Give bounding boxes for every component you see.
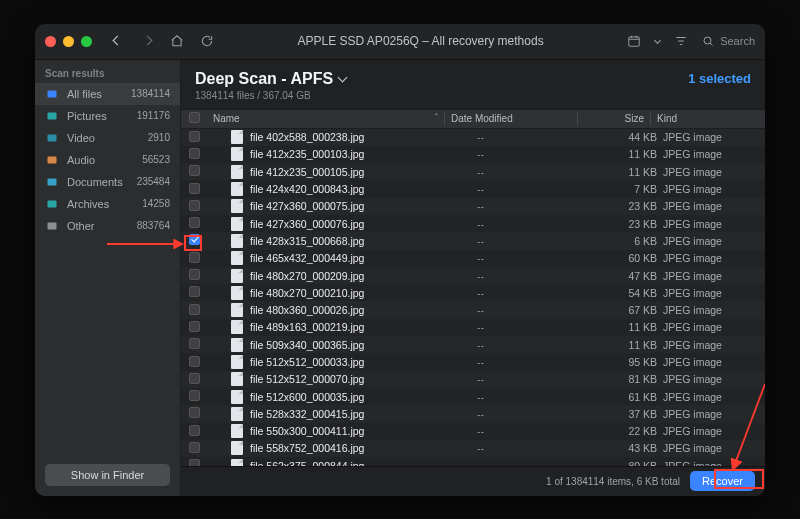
row-checkbox[interactable] [189, 442, 200, 453]
file-icon [231, 251, 243, 265]
calendar-icon[interactable] [623, 30, 645, 52]
sidebar-item-all-files[interactable]: All files1384114 [35, 83, 180, 105]
nav-forward-button[interactable] [136, 30, 158, 52]
row-checkbox[interactable] [189, 217, 200, 228]
table-row[interactable]: file 402x588_000238.jpg--44 KBJPEG image [181, 129, 765, 146]
table-row[interactable]: file 550x300_000411.jpg--22 KBJPEG image [181, 423, 765, 440]
table-row[interactable]: file 424x420_000843.jpg--7 KBJPEG image [181, 180, 765, 197]
file-date: -- [477, 304, 597, 316]
column-kind[interactable]: Kind [657, 113, 757, 124]
table-row[interactable]: file 428x315_000668.jpg--6 KBJPEG image [181, 232, 765, 249]
file-name: file 465x432_000449.jpg [250, 252, 364, 264]
file-kind: JPEG image [657, 287, 757, 299]
sidebar-item-count: 1384114 [131, 88, 170, 99]
file-size: 67 KB [597, 304, 657, 316]
table-row[interactable]: file 558x752_000416.jpg--43 KBJPEG image [181, 440, 765, 457]
file-icon [231, 320, 243, 334]
sidebar-item-count: 235484 [137, 176, 170, 187]
category-icon [45, 197, 59, 211]
table-row[interactable]: file 465x432_000449.jpg--60 KBJPEG image [181, 250, 765, 267]
file-icon [231, 269, 243, 283]
file-date: -- [477, 287, 597, 299]
sidebar-item-video[interactable]: Video2910 [35, 127, 180, 149]
row-checkbox[interactable] [189, 373, 200, 384]
table-row[interactable]: file 480x270_000209.jpg--47 KBJPEG image [181, 267, 765, 284]
sidebar-item-label: Audio [67, 154, 95, 166]
row-checkbox[interactable] [189, 200, 200, 211]
table-row[interactable]: file 512x600_000035.jpg--61 KBJPEG image [181, 388, 765, 405]
table-row[interactable]: file 427x360_000075.jpg--23 KBJPEG image [181, 198, 765, 215]
search-input[interactable]: Search [702, 35, 755, 47]
file-icon [231, 407, 243, 421]
file-name: file 427x360_000076.jpg [250, 218, 364, 230]
svg-rect-4 [48, 134, 57, 141]
maximize-icon[interactable] [81, 36, 92, 47]
chevron-down-icon[interactable] [338, 73, 348, 83]
row-checkbox[interactable] [189, 407, 200, 418]
file-kind: JPEG image [657, 131, 757, 143]
row-checkbox[interactable] [189, 356, 200, 367]
refresh-icon[interactable] [196, 30, 218, 52]
file-date: -- [477, 200, 597, 212]
nav-back-button[interactable] [106, 30, 128, 52]
file-name: file 509x340_000365.jpg [250, 339, 364, 351]
file-size: 44 KB [597, 131, 657, 143]
sidebar-item-count: 191176 [137, 110, 170, 121]
table-row[interactable]: file 562x375_000844.jpg--80 KBJPEG image [181, 457, 765, 465]
file-size: 61 KB [597, 391, 657, 403]
row-checkbox[interactable] [189, 321, 200, 332]
sidebar-item-other[interactable]: Other883764 [35, 215, 180, 237]
table-row[interactable]: file 427x360_000076.jpg--23 KBJPEG image [181, 215, 765, 232]
filter-icon[interactable] [670, 30, 692, 52]
table-row[interactable]: file 528x332_000415.jpg--37 KBJPEG image [181, 405, 765, 422]
column-date[interactable]: Date Modified [451, 113, 571, 124]
row-checkbox[interactable] [189, 286, 200, 297]
row-checkbox[interactable] [189, 304, 200, 315]
close-icon[interactable] [45, 36, 56, 47]
file-date: -- [477, 408, 597, 420]
file-size: 37 KB [597, 408, 657, 420]
row-checkbox[interactable] [189, 165, 200, 176]
sidebar-item-audio[interactable]: Audio56523 [35, 149, 180, 171]
column-name[interactable]: Name ˆ [213, 113, 438, 124]
table-row[interactable]: file 412x235_000103.jpg--11 KBJPEG image [181, 146, 765, 163]
minimize-icon[interactable] [63, 36, 74, 47]
home-icon[interactable] [166, 30, 188, 52]
file-size: 11 KB [597, 321, 657, 333]
file-date: -- [477, 442, 597, 454]
file-kind: JPEG image [657, 321, 757, 333]
category-icon [45, 153, 59, 167]
row-checkbox[interactable] [189, 131, 200, 142]
table-row[interactable]: file 412x235_000105.jpg--11 KBJPEG image [181, 163, 765, 180]
file-size: 60 KB [597, 252, 657, 264]
file-name: file 550x300_000411.jpg [250, 425, 364, 437]
row-checkbox[interactable] [189, 148, 200, 159]
row-checkbox[interactable] [189, 390, 200, 401]
footer-info: 1 of 1384114 items, 6 KB total [191, 476, 690, 487]
row-checkbox[interactable] [189, 234, 200, 245]
search-placeholder: Search [720, 35, 755, 47]
row-checkbox[interactable] [189, 269, 200, 280]
sidebar-item-pictures[interactable]: Pictures191176 [35, 105, 180, 127]
row-checkbox[interactable] [189, 183, 200, 194]
recover-button[interactable]: Recover [690, 471, 755, 491]
file-size: 95 KB [597, 356, 657, 368]
sidebar-item-archives[interactable]: Archives14258 [35, 193, 180, 215]
row-checkbox[interactable] [189, 425, 200, 436]
table-row[interactable]: file 480x270_000210.jpg--54 KBJPEG image [181, 284, 765, 301]
table-row[interactable]: file 509x340_000365.jpg--11 KBJPEG image [181, 336, 765, 353]
table-row[interactable]: file 512x512_000033.jpg--95 KBJPEG image [181, 353, 765, 370]
file-name: file 424x420_000843.jpg [250, 183, 364, 195]
select-all-checkbox[interactable] [189, 112, 200, 123]
chevron-down-icon[interactable] [654, 36, 661, 43]
file-date: -- [477, 183, 597, 195]
table-row[interactable]: file 489x163_000219.jpg--11 KBJPEG image [181, 319, 765, 336]
table-row[interactable]: file 512x512_000070.jpg--81 KBJPEG image [181, 371, 765, 388]
sidebar-item-documents[interactable]: Documents235484 [35, 171, 180, 193]
show-in-finder-button[interactable]: Show in Finder [45, 464, 170, 486]
table-row[interactable]: file 480x360_000026.jpg--67 KBJPEG image [181, 301, 765, 318]
svg-rect-6 [48, 178, 57, 185]
row-checkbox[interactable] [189, 338, 200, 349]
column-size[interactable]: Size [584, 113, 644, 124]
row-checkbox[interactable] [189, 252, 200, 263]
